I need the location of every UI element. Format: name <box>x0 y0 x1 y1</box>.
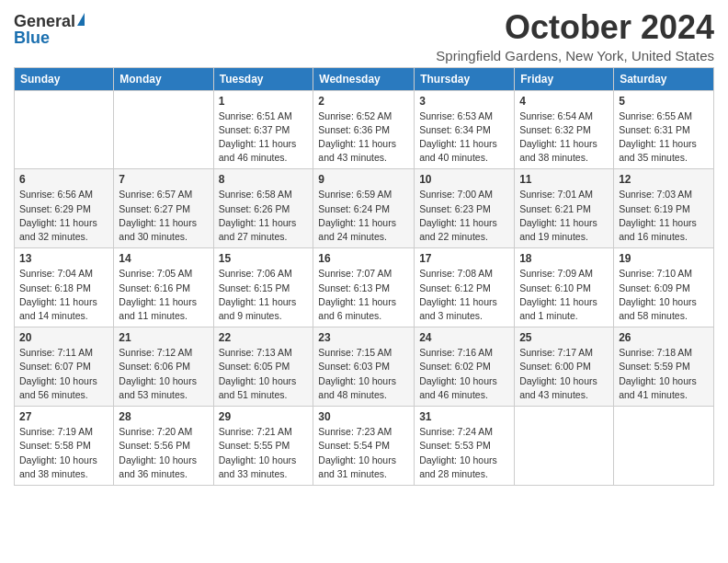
day-content: Sunrise: 7:12 AM Sunset: 6:06 PM Dayligh… <box>119 346 208 402</box>
calendar-cell: 13Sunrise: 7:04 AM Sunset: 6:18 PM Dayli… <box>15 248 114 327</box>
calendar-cell: 30Sunrise: 7:23 AM Sunset: 5:54 PM Dayli… <box>313 407 415 486</box>
day-number: 8 <box>219 173 309 186</box>
day-content: Sunrise: 7:23 AM Sunset: 5:54 PM Dayligh… <box>318 425 409 481</box>
day-number: 31 <box>419 410 509 423</box>
day-number: 23 <box>318 331 409 344</box>
title-area: October 2024 Springfield Gardens, New Yo… <box>436 9 714 63</box>
calendar-cell: 22Sunrise: 7:13 AM Sunset: 6:05 PM Dayli… <box>213 327 313 407</box>
calendar-header: SundayMondayTuesdayWednesdayThursdayFrid… <box>15 67 714 90</box>
day-content: Sunrise: 6:53 AM Sunset: 6:34 PM Dayligh… <box>419 109 509 166</box>
day-content: Sunrise: 7:15 AM Sunset: 6:03 PM Dayligh… <box>318 346 409 402</box>
calendar-cell: 15Sunrise: 7:06 AM Sunset: 6:15 PM Dayli… <box>213 248 313 327</box>
calendar-cell: 9Sunrise: 6:59 AM Sunset: 6:24 PM Daylig… <box>313 169 415 248</box>
day-of-week-header: Tuesday <box>213 67 313 90</box>
calendar-cell: 2Sunrise: 6:52 AM Sunset: 6:36 PM Daylig… <box>313 90 415 169</box>
day-of-week-header: Thursday <box>415 67 515 90</box>
calendar-week-row: 6Sunrise: 6:56 AM Sunset: 6:29 PM Daylig… <box>15 169 714 248</box>
day-number: 21 <box>119 331 208 344</box>
logo: General Blue <box>14 9 85 46</box>
calendar-body: 1Sunrise: 6:51 AM Sunset: 6:37 PM Daylig… <box>15 90 714 485</box>
day-content: Sunrise: 7:16 AM Sunset: 6:02 PM Dayligh… <box>419 346 509 402</box>
logo-blue: Blue <box>14 29 50 46</box>
day-number: 27 <box>19 410 108 423</box>
day-number: 7 <box>119 173 208 186</box>
day-number: 2 <box>318 95 409 108</box>
logo-icon <box>77 13 85 26</box>
day-number: 15 <box>219 252 309 265</box>
day-content: Sunrise: 7:19 AM Sunset: 5:58 PM Dayligh… <box>19 425 108 481</box>
day-number: 17 <box>419 252 509 265</box>
calendar-week-row: 13Sunrise: 7:04 AM Sunset: 6:18 PM Dayli… <box>15 248 714 327</box>
day-of-week-header: Saturday <box>614 67 714 90</box>
day-number: 28 <box>119 410 208 423</box>
day-content: Sunrise: 6:52 AM Sunset: 6:36 PM Dayligh… <box>318 109 409 166</box>
calendar-cell: 19Sunrise: 7:10 AM Sunset: 6:09 PM Dayli… <box>614 248 714 327</box>
day-content: Sunrise: 7:04 AM Sunset: 6:18 PM Dayligh… <box>19 267 108 323</box>
day-number: 9 <box>318 173 409 186</box>
day-content: Sunrise: 7:17 AM Sunset: 6:00 PM Dayligh… <box>519 346 609 402</box>
day-number: 1 <box>219 95 309 108</box>
calendar-cell: 27Sunrise: 7:19 AM Sunset: 5:58 PM Dayli… <box>15 407 114 486</box>
day-content: Sunrise: 6:54 AM Sunset: 6:32 PM Dayligh… <box>519 109 609 166</box>
day-content: Sunrise: 7:03 AM Sunset: 6:19 PM Dayligh… <box>619 188 709 244</box>
day-content: Sunrise: 6:51 AM Sunset: 6:37 PM Dayligh… <box>219 109 309 166</box>
calendar-cell <box>515 407 614 486</box>
calendar-cell: 8Sunrise: 6:58 AM Sunset: 6:26 PM Daylig… <box>213 169 313 248</box>
calendar-cell: 24Sunrise: 7:16 AM Sunset: 6:02 PM Dayli… <box>415 327 515 407</box>
day-content: Sunrise: 6:59 AM Sunset: 6:24 PM Dayligh… <box>318 188 409 244</box>
calendar-cell: 20Sunrise: 7:11 AM Sunset: 6:07 PM Dayli… <box>15 327 114 407</box>
page-header: General Blue October 2024 Springfield Ga… <box>14 9 714 63</box>
day-of-week-header: Sunday <box>15 67 114 90</box>
calendar-cell: 14Sunrise: 7:05 AM Sunset: 6:16 PM Dayli… <box>114 248 213 327</box>
day-of-week-header: Friday <box>515 67 614 90</box>
day-number: 6 <box>19 173 108 186</box>
calendar-cell: 17Sunrise: 7:08 AM Sunset: 6:12 PM Dayli… <box>415 248 515 327</box>
day-content: Sunrise: 6:56 AM Sunset: 6:29 PM Dayligh… <box>19 188 108 244</box>
calendar-week-row: 20Sunrise: 7:11 AM Sunset: 6:07 PM Dayli… <box>15 327 714 407</box>
day-content: Sunrise: 7:20 AM Sunset: 5:56 PM Dayligh… <box>119 425 208 481</box>
day-number: 22 <box>219 331 309 344</box>
calendar-cell: 31Sunrise: 7:24 AM Sunset: 5:53 PM Dayli… <box>415 407 515 486</box>
day-number: 18 <box>519 252 609 265</box>
day-number: 30 <box>318 410 409 423</box>
day-content: Sunrise: 6:57 AM Sunset: 6:27 PM Dayligh… <box>119 188 208 244</box>
day-number: 19 <box>619 252 709 265</box>
calendar-cell <box>614 407 714 486</box>
calendar-cell: 12Sunrise: 7:03 AM Sunset: 6:19 PM Dayli… <box>614 169 714 248</box>
day-content: Sunrise: 7:00 AM Sunset: 6:23 PM Dayligh… <box>419 188 509 244</box>
calendar-week-row: 27Sunrise: 7:19 AM Sunset: 5:58 PM Dayli… <box>15 407 714 486</box>
day-of-week-header: Monday <box>114 67 213 90</box>
day-number: 12 <box>619 173 709 186</box>
calendar-cell: 10Sunrise: 7:00 AM Sunset: 6:23 PM Dayli… <box>415 169 515 248</box>
day-number: 10 <box>419 173 509 186</box>
calendar-cell: 18Sunrise: 7:09 AM Sunset: 6:10 PM Dayli… <box>515 248 614 327</box>
day-number: 11 <box>519 173 609 186</box>
calendar-cell: 4Sunrise: 6:54 AM Sunset: 6:32 PM Daylig… <box>515 90 614 169</box>
day-content: Sunrise: 7:10 AM Sunset: 6:09 PM Dayligh… <box>619 267 709 323</box>
day-number: 5 <box>619 95 709 108</box>
calendar-cell: 28Sunrise: 7:20 AM Sunset: 5:56 PM Dayli… <box>114 407 213 486</box>
day-number: 14 <box>119 252 208 265</box>
day-content: Sunrise: 7:07 AM Sunset: 6:13 PM Dayligh… <box>318 267 409 323</box>
calendar-week-row: 1Sunrise: 6:51 AM Sunset: 6:37 PM Daylig… <box>15 90 714 169</box>
day-number: 13 <box>19 252 108 265</box>
calendar-table: SundayMondayTuesdayWednesdayThursdayFrid… <box>14 67 714 486</box>
calendar-cell: 11Sunrise: 7:01 AM Sunset: 6:21 PM Dayli… <box>515 169 614 248</box>
calendar-cell: 16Sunrise: 7:07 AM Sunset: 6:13 PM Dayli… <box>313 248 415 327</box>
day-number: 26 <box>619 331 709 344</box>
day-content: Sunrise: 7:06 AM Sunset: 6:15 PM Dayligh… <box>219 267 309 323</box>
calendar-cell: 21Sunrise: 7:12 AM Sunset: 6:06 PM Dayli… <box>114 327 213 407</box>
day-content: Sunrise: 7:01 AM Sunset: 6:21 PM Dayligh… <box>519 188 609 244</box>
calendar-cell <box>114 90 213 169</box>
day-content: Sunrise: 7:05 AM Sunset: 6:16 PM Dayligh… <box>119 267 208 323</box>
calendar-cell <box>15 90 114 169</box>
day-number: 24 <box>419 331 509 344</box>
calendar-cell: 1Sunrise: 6:51 AM Sunset: 6:37 PM Daylig… <box>213 90 313 169</box>
day-number: 29 <box>219 410 309 423</box>
day-content: Sunrise: 7:13 AM Sunset: 6:05 PM Dayligh… <box>219 346 309 402</box>
day-content: Sunrise: 6:58 AM Sunset: 6:26 PM Dayligh… <box>219 188 309 244</box>
month-title: October 2024 <box>436 9 714 46</box>
calendar-cell: 26Sunrise: 7:18 AM Sunset: 5:59 PM Dayli… <box>614 327 714 407</box>
day-content: Sunrise: 7:08 AM Sunset: 6:12 PM Dayligh… <box>419 267 509 323</box>
logo-general: General <box>14 13 75 29</box>
